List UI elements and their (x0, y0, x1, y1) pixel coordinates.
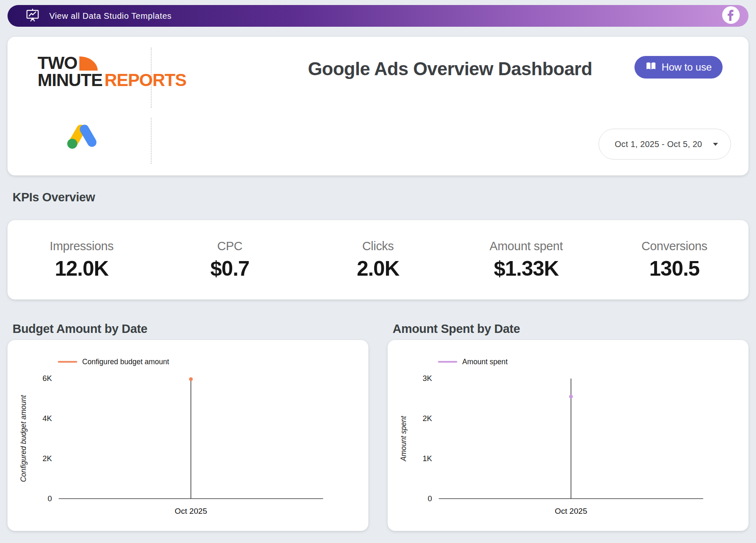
svg-text:Configured budget amount: Configured budget amount (82, 358, 169, 366)
svg-text:Amount spent: Amount spent (399, 416, 408, 462)
svg-text:2K: 2K (423, 414, 432, 423)
how-to-use-button[interactable]: How to use (634, 56, 723, 79)
kpi-clicks: Clicks 2.0K (304, 239, 452, 281)
kpi-label: CPC (156, 239, 304, 253)
svg-text:Configured budget amount: Configured budget amount (19, 395, 28, 482)
budget-amount-chart: Configured budget amount02K4K6KConfigure… (8, 340, 368, 531)
kpi-conversions: Conversions 130.5 (600, 239, 748, 281)
date-range-value: Oct 1, 2025 - Oct 5, 20 (615, 140, 702, 149)
kpi-card: Impressions 12.0K CPC $0.7 Clicks 2.0K A… (8, 220, 748, 299)
dashboard-page: View all Data Studio Templates TWO MINUT… (0, 0, 756, 531)
source-logo-cell (8, 113, 152, 175)
brand-logo-cell: TWO MINUTE REPORTS (8, 37, 152, 113)
kpi-value: 130.5 (600, 256, 748, 281)
kpi-value: 2.0K (304, 256, 452, 281)
kpi-cpc: CPC $0.7 (156, 239, 304, 281)
how-to-use-label: How to use (662, 61, 712, 73)
kpi-label: Clicks (304, 239, 452, 253)
svg-text:Amount spent: Amount spent (462, 358, 508, 366)
title-cell: Google Ads Overview Dashboard How to use (152, 37, 748, 113)
kpi-value: 12.0K (8, 256, 156, 281)
kpi-impressions: Impressions 12.0K (8, 239, 156, 281)
logo-line1: TWO (38, 54, 77, 71)
banner-label: View all Data Studio Templates (49, 11, 172, 21)
svg-text:0: 0 (48, 494, 52, 503)
svg-text:2K: 2K (43, 454, 52, 463)
svg-text:3K: 3K (423, 374, 432, 383)
google-ads-icon (66, 122, 99, 151)
svg-text:Oct 2025: Oct 2025 (555, 507, 587, 515)
date-filter-cell: Oct 1, 2025 - Oct 5, 20 (152, 113, 748, 175)
header-card: TWO MINUTE REPORTS Google Ads Overview D… (8, 37, 748, 175)
svg-text:0: 0 (428, 494, 432, 503)
amount-spent-chart-title: Amount Spent by Date (388, 322, 748, 336)
templates-banner[interactable]: View all Data Studio Templates (8, 5, 748, 27)
svg-text:1K: 1K (423, 454, 432, 463)
svg-text:Oct 2025: Oct 2025 (175, 507, 207, 515)
kpi-amount-spent: Amount spent $1.33K (452, 239, 600, 281)
kpis-section-title: KPIs Overview (13, 190, 748, 204)
date-range-selector[interactable]: Oct 1, 2025 - Oct 5, 20 (599, 129, 731, 160)
kpi-label: Amount spent (452, 239, 600, 253)
logo-quarter-circle-icon (79, 56, 98, 71)
budget-chart-title: Budget Amount by Date (8, 322, 368, 336)
kpi-label: Impressions (8, 239, 156, 253)
svg-text:4K: 4K (43, 414, 52, 423)
logo-line2-black: MINUTE (38, 71, 102, 89)
kpi-label: Conversions (600, 239, 748, 253)
open-book-icon (645, 61, 657, 74)
caret-down-icon (713, 143, 718, 146)
svg-text:6K: 6K (43, 374, 52, 383)
kpi-value: $0.7 (156, 256, 304, 281)
kpi-value: $1.33K (452, 256, 600, 281)
facebook-icon[interactable] (722, 6, 740, 26)
presentation-chart-icon (25, 8, 40, 24)
amount-spent-chart: Amount spent01K2K3KAmount spentOct 2025 (388, 340, 748, 531)
